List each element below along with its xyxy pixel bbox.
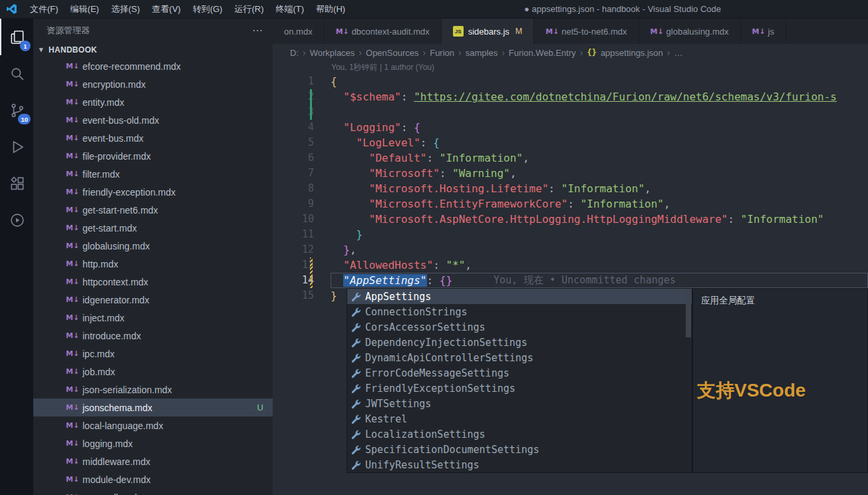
activity-remote[interactable] bbox=[0, 202, 33, 238]
file-item-file-provider-mdx[interactable]: M↓file-provider.mdx bbox=[33, 147, 273, 165]
line-number[interactable]: 3 bbox=[273, 104, 331, 120]
tab-globalusing-mdx[interactable]: M↓globalusing.mdx bbox=[639, 19, 741, 44]
code-line-body[interactable]: "AllowedHosts": "*", bbox=[331, 257, 868, 273]
line-number[interactable]: 11 bbox=[273, 227, 331, 242]
suggest-item-SpecificationDocumentSettings[interactable]: SpecificationDocumentSettings bbox=[347, 442, 692, 457]
line-number[interactable]: 12 bbox=[273, 242, 331, 257]
activity-extensions[interactable] bbox=[0, 165, 33, 202]
file-item-get-start-mdx[interactable]: M↓get-start.mdx bbox=[33, 219, 273, 237]
suggest-item-CorsAccessorSettings[interactable]: CorsAccessorSettings bbox=[347, 319, 692, 335]
suggest-item-DynamicApiControllerSettings[interactable]: DynamicApiControllerSettings bbox=[347, 350, 692, 365]
breadcrumb-item[interactable]: Furion bbox=[430, 48, 454, 58]
menu-item[interactable]: 运行(R) bbox=[228, 0, 269, 19]
file-item-local-language-mdx[interactable]: M↓local-language.mdx bbox=[33, 416, 273, 434]
file-item-json-serialization-mdx[interactable]: M↓json-serialization.mdx bbox=[33, 381, 273, 399]
line-number[interactable]: 5 bbox=[273, 135, 331, 150]
suggest-item-UnifyResultSettings[interactable]: UnifyResultSettings bbox=[347, 457, 692, 472]
line-number[interactable]: 1 bbox=[273, 74, 331, 89]
suggest-item-AppSettings[interactable]: AppSettings bbox=[347, 289, 692, 304]
breadcrumb-item[interactable]: samples bbox=[466, 48, 498, 58]
breadcrumb-item[interactable]: … bbox=[674, 48, 683, 58]
suggest-item-DependencyInjectionSettings[interactable]: DependencyInjectionSettings bbox=[347, 335, 692, 350]
section-header-handbook[interactable]: ▾ HANDBOOK bbox=[33, 42, 273, 57]
suggest-scrollbar[interactable] bbox=[686, 289, 691, 337]
tab-net5-to-net6-mdx[interactable]: M↓net5-to-net6.mdx bbox=[534, 19, 639, 44]
tab-sidebars-js[interactable]: JSsidebars.jsM bbox=[442, 19, 535, 44]
activity-source-control[interactable]: 10 bbox=[0, 92, 33, 128]
menu-item[interactable]: 文件(F) bbox=[24, 0, 65, 19]
code-line-body[interactable]: "Microsoft.EntityFrameworkCore": "Inform… bbox=[331, 196, 868, 212]
activity-run-debug[interactable] bbox=[0, 128, 33, 165]
suggest-item-ErrorCodeMessageSettings[interactable]: ErrorCodeMessageSettings bbox=[347, 365, 692, 381]
file-item-entity-mdx[interactable]: M↓entity.mdx bbox=[33, 93, 273, 111]
breadcrumb-item[interactable]: D: bbox=[290, 48, 299, 58]
suggest-item-Kestrel[interactable]: Kestrel bbox=[347, 411, 692, 426]
breadcrumb-item[interactable]: OpenSources bbox=[366, 48, 419, 58]
code-line-body[interactable]: "Microsoft.Hosting.Lifetime": "Informati… bbox=[331, 181, 868, 196]
code-line-body[interactable]: } bbox=[331, 227, 868, 242]
file-item-ipc-mdx[interactable]: M↓ipc.mdx bbox=[33, 345, 273, 363]
file-item-encryption-mdx[interactable]: M↓encryption.mdx bbox=[33, 75, 273, 93]
breadcrumb-item[interactable]: Workplaces bbox=[310, 48, 355, 58]
suggest-item-JWTSettings[interactable]: JWTSettings bbox=[347, 396, 692, 411]
code-line-body[interactable] bbox=[331, 104, 868, 120]
menu-item[interactable]: 终端(T) bbox=[269, 0, 310, 19]
tab-on-mdx[interactable]: on.mdx bbox=[273, 19, 325, 44]
code-line-body[interactable]: }, bbox=[331, 242, 868, 257]
file-item-event-bus-mdx[interactable]: M↓event-bus.mdx bbox=[33, 129, 273, 147]
file-item-jsonschema-mdx[interactable]: M↓jsonschema.mdxU bbox=[33, 399, 273, 416]
code-line-body[interactable]: "$schema": "https://gitee.com/dotnetchin… bbox=[331, 89, 868, 104]
file-item-middleware-mdx[interactable]: M↓middleware.mdx bbox=[33, 452, 273, 470]
code-line-body[interactable]: "Microsoft.AspNetCore.HttpLogging.HttpLo… bbox=[331, 212, 868, 227]
code-line-body[interactable]: { bbox=[331, 74, 868, 89]
code-line-body[interactable]: "Default": "Information", bbox=[331, 150, 868, 166]
file-item-http-mdx[interactable]: M↓http.mdx bbox=[33, 255, 273, 273]
menu-item[interactable]: 选择(S) bbox=[105, 0, 146, 19]
file-item-event-bus-old-mdx[interactable]: M↓event-bus-old.mdx bbox=[33, 111, 273, 129]
file-item-filter-mdx[interactable]: M↓filter.mdx bbox=[33, 165, 273, 183]
file-item-mongodb-mdx[interactable]: M↓mongodb.mdx bbox=[33, 488, 273, 495]
tab-js[interactable]: M↓js bbox=[741, 19, 786, 44]
file-item-job-mdx[interactable]: M↓job.mdx bbox=[33, 363, 273, 381]
code-line-body[interactable]: "Microsoft": "Warning", bbox=[331, 166, 868, 181]
menu-item[interactable]: 查看(V) bbox=[146, 0, 186, 19]
suggest-item-FriendlyExceptionSettings[interactable]: FriendlyExceptionSettings bbox=[347, 381, 692, 396]
line-number[interactable]: 7 bbox=[273, 166, 331, 181]
more-actions-icon[interactable]: ⋯ bbox=[252, 24, 263, 37]
code-line-body[interactable]: "AppSettings": {}You, 现在 • Uncommitted c… bbox=[331, 273, 868, 288]
file-item-idgenerator-mdx[interactable]: M↓idgenerator.mdx bbox=[33, 291, 273, 309]
file-item-logging-mdx[interactable]: M↓logging.mdx bbox=[33, 434, 273, 452]
line-number[interactable]: 6 bbox=[273, 150, 331, 166]
mdx-file-icon: M↓ bbox=[66, 188, 77, 196]
code-token: "Default" bbox=[369, 152, 427, 164]
file-item-inject-mdx[interactable]: M↓inject.mdx bbox=[33, 309, 273, 327]
breadcrumb-item[interactable]: appsettings.json bbox=[601, 48, 663, 58]
line-number[interactable]: 15 bbox=[273, 288, 331, 303]
line-number[interactable]: 10 bbox=[273, 212, 331, 227]
menu-item[interactable]: 转到(G) bbox=[187, 0, 229, 19]
file-item-get-start-net6-mdx[interactable]: M↓get-start-net6.mdx bbox=[33, 201, 273, 219]
file-item-introduce-mdx[interactable]: M↓introduce.mdx bbox=[33, 327, 273, 345]
file-item-globalusing-mdx[interactable]: M↓globalusing.mdx bbox=[33, 237, 273, 255]
line-number[interactable]: 9 bbox=[273, 196, 331, 212]
menu-item[interactable]: 帮助(H) bbox=[310, 0, 351, 19]
suggest-item-ConnectionStrings[interactable]: ConnectionStrings bbox=[347, 304, 692, 319]
suggest-item-LocalizationSettings[interactable]: LocalizationSettings bbox=[347, 426, 692, 442]
tab-dbcontext-audit-mdx[interactable]: M↓dbcontext-audit.mdx bbox=[325, 19, 442, 44]
line-number[interactable]: 4 bbox=[273, 120, 331, 135]
file-item-friendly-exception-mdx[interactable]: M↓friendly-exception.mdx bbox=[33, 183, 273, 201]
activity-explorer[interactable]: 1 bbox=[0, 19, 33, 55]
line-number[interactable]: 14 bbox=[273, 273, 331, 288]
line-number[interactable]: 2 bbox=[273, 89, 331, 104]
line-number[interactable]: 8 bbox=[273, 181, 331, 196]
line-number[interactable]: 13 bbox=[273, 257, 331, 273]
file-item-efcore-recommend-mdx[interactable]: M↓efcore-recommend.mdx bbox=[33, 57, 273, 75]
menu-item[interactable]: 编辑(E) bbox=[65, 0, 105, 19]
code-line-body[interactable]: "Logging": { bbox=[331, 120, 868, 135]
activity-search[interactable] bbox=[0, 55, 33, 92]
blame-codelens[interactable]: You, 1秒钟前 | 1 author (You) bbox=[273, 61, 868, 74]
file-item-httpcontext-mdx[interactable]: M↓httpcontext.mdx bbox=[33, 273, 273, 291]
breadcrumb-item[interactable]: Furion.Web.Entry bbox=[509, 48, 576, 58]
file-item-module-dev-mdx[interactable]: M↓module-dev.mdx bbox=[33, 470, 273, 488]
code-line-body[interactable]: "LogLevel": { bbox=[331, 135, 868, 150]
